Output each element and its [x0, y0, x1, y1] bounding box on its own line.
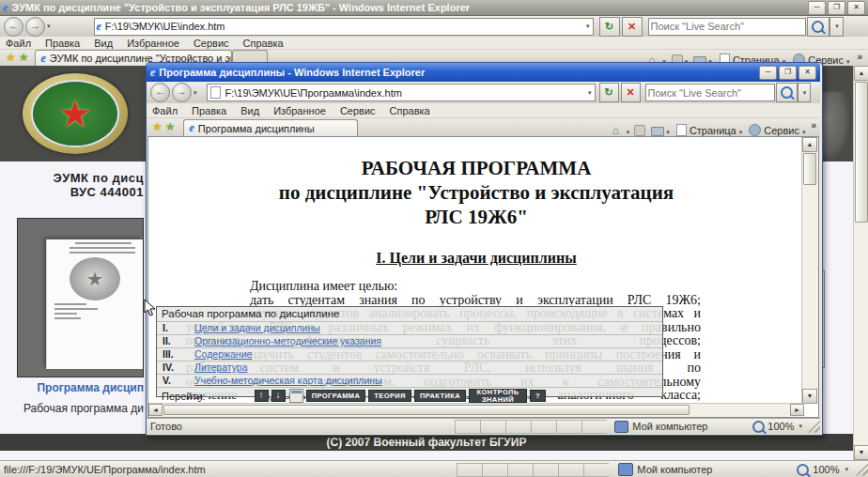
inner-menu-tools[interactable]: Сервис: [340, 105, 376, 116]
inner-horizontal-scrollbar[interactable]: ◄ ►: [148, 403, 804, 417]
resize-grip[interactable]: [808, 421, 820, 433]
scroll-bottom-button[interactable]: ↓: [271, 390, 286, 402]
inner-menu-help[interactable]: Справка: [390, 105, 430, 116]
tools-dropdown-icon[interactable]: ▾: [802, 129, 806, 136]
inner-search-box[interactable]: [645, 84, 775, 101]
outer-zoom-level[interactable]: 100%: [813, 464, 839, 475]
program-button[interactable]: ПРОГРАММА: [306, 390, 366, 402]
inner-minimize-button[interactable]: ─: [759, 66, 777, 80]
practice-button[interactable]: ПРАКТИКА: [414, 390, 466, 402]
inner-stop-button[interactable]: ✕: [621, 83, 641, 102]
knowledge-control-button[interactable]: КОНТРОЛЬ ЗНАНИЙ: [469, 389, 527, 403]
outer-menu-help[interactable]: Справка: [243, 38, 284, 49]
outer-address-bar[interactable]: e ▾: [94, 18, 594, 36]
outer-vertical-scrollbar[interactable]: ▲ ▼: [853, 66, 868, 460]
outer-back-button[interactable]: ←: [4, 17, 23, 37]
popup-link[interactable]: Содержание: [194, 348, 252, 361]
inner-address-input[interactable]: [224, 87, 586, 99]
outer-minimize-button[interactable]: ─: [808, 1, 826, 15]
scroll-down-icon[interactable]: ▼: [802, 389, 817, 404]
open-window-icon[interactable]: [289, 389, 303, 403]
inner-refresh-button[interactable]: ↻: [599, 83, 619, 102]
popup-item-content[interactable]: III. Содержание: [157, 347, 662, 361]
inner-back-button[interactable]: ←: [150, 83, 170, 102]
inner-tools-menu[interactable]: Сервис: [764, 125, 799, 136]
outer-search-input[interactable]: [649, 21, 805, 32]
inner-search-options-button[interactable]: ▾: [798, 83, 811, 102]
resize-grip[interactable]: [856, 464, 868, 476]
home-icon[interactable]: ⌂: [612, 125, 625, 136]
inner-search-input[interactable]: [646, 87, 774, 99]
outer-menu-tools[interactable]: Сервис: [194, 38, 229, 49]
document-thumbnail[interactable]: ★: [17, 218, 144, 377]
inner-menu-view[interactable]: Вид: [240, 105, 259, 116]
popup-item-literature[interactable]: IV. Литература: [157, 361, 662, 374]
favorites-star-icon[interactable]: ★: [6, 51, 16, 64]
print-dropdown-icon[interactable]: ▾: [666, 129, 670, 136]
toolbar-overflow-icon[interactable]: »: [811, 120, 816, 131]
outer-menu-edit[interactable]: Правка: [45, 38, 80, 49]
outer-address-input[interactable]: [103, 21, 584, 32]
popup-link[interactable]: Организационно-методические указания: [194, 335, 381, 347]
inner-scroll-thumb[interactable]: [803, 153, 816, 185]
popup-link[interactable]: Учебно-методическая карта дисциплины: [194, 375, 382, 387]
scroll-up-icon[interactable]: ▲: [854, 66, 868, 81]
screen: e ЭУМК по дисциплине "Устройство и экспл…: [0, 0, 868, 477]
outer-scroll-thumb[interactable]: [855, 82, 868, 223]
inner-hscroll-thumb[interactable]: [163, 405, 690, 415]
scroll-top-button[interactable]: ↑: [255, 390, 269, 402]
inner-menu-favorites[interactable]: Избранное: [273, 105, 326, 116]
outer-close-button[interactable]: ✕: [847, 1, 865, 15]
scroll-right-icon[interactable]: ►: [790, 404, 804, 416]
outer-stop-button[interactable]: ✕: [622, 17, 643, 37]
outer-menu-favorites[interactable]: Избранное: [127, 38, 179, 49]
theory-button[interactable]: ТЕОРИЯ: [368, 390, 411, 402]
outer-forward-button[interactable]: →: [25, 17, 45, 37]
page-dropdown-icon[interactable]: ▾: [739, 129, 743, 136]
toolbar-overflow-icon[interactable]: »: [857, 52, 862, 62]
popup-item-method[interactable]: II. Организационно-методические указания: [157, 334, 662, 347]
outer-address-dropdown-icon[interactable]: ▾: [586, 23, 590, 30]
popup-link[interactable]: Литература: [194, 362, 247, 374]
inner-search-button[interactable]: [776, 83, 798, 102]
outer-restore-button[interactable]: ❐: [828, 1, 845, 15]
popup-item-goals[interactable]: I. Цели и задачи дисциплины: [157, 321, 662, 334]
inner-page-menu[interactable]: Страница: [690, 125, 736, 136]
zoom-dropdown-icon[interactable]: ▾: [798, 423, 802, 430]
inner-address-bar[interactable]: ▾: [207, 84, 596, 101]
inner-menu-edit[interactable]: Правка: [192, 105, 226, 116]
inner-vertical-scrollbar[interactable]: ▲ ▼: [801, 137, 818, 404]
inner-zoom-level[interactable]: 100%: [767, 421, 794, 432]
scroll-down-icon[interactable]: ▼: [854, 445, 868, 460]
outer-refresh-button[interactable]: ↻: [599, 17, 620, 37]
print-icon[interactable]: [651, 127, 664, 136]
outer-search-options-button[interactable]: ▾: [829, 17, 844, 37]
sidebar-title-line1: ЭУМК по дисц: [0, 171, 144, 185]
inner-close-button[interactable]: ✕: [798, 66, 816, 80]
tools-dropdown-icon[interactable]: ▾: [846, 58, 850, 66]
popup-link[interactable]: Цели и задачи дисциплины: [194, 322, 320, 334]
outer-search-box[interactable]: [648, 18, 806, 36]
chevron-down-icon: ▾: [835, 23, 839, 30]
add-favorite-icon[interactable]: ★: [165, 120, 176, 133]
home-dropdown-icon[interactable]: ▾: [627, 129, 630, 136]
inner-menu-file[interactable]: Файл: [152, 105, 178, 116]
inner-active-tab[interactable]: e Программа дисциплины: [183, 119, 358, 136]
zoom-dropdown-icon[interactable]: ▾: [845, 466, 848, 473]
outer-menu-file[interactable]: Файл: [6, 38, 31, 49]
outer-history-dropdown-icon[interactable]: ▾: [47, 23, 51, 30]
inner-address-dropdown-icon[interactable]: ▾: [588, 89, 592, 97]
inner-history-dropdown-icon[interactable]: ▾: [194, 89, 197, 97]
inner-maximize-button[interactable]: ❐: [779, 66, 797, 80]
scroll-left-icon[interactable]: ◄: [148, 404, 163, 416]
outer-search-button[interactable]: [807, 17, 829, 37]
favorites-star-icon[interactable]: ★: [152, 120, 163, 133]
add-favorite-icon[interactable]: ★: [19, 51, 29, 64]
feeds-icon[interactable]: [634, 125, 645, 136]
popup-item-card[interactable]: V. Учебно-методическая карта дисциплины: [157, 374, 662, 387]
help-button[interactable]: ?: [530, 390, 546, 402]
sidebar-link-program[interactable]: Программа дисцип: [0, 381, 144, 394]
inner-forward-button[interactable]: →: [172, 83, 192, 102]
scroll-up-icon[interactable]: ▲: [802, 137, 817, 152]
outer-menu-view[interactable]: Вид: [94, 38, 113, 49]
